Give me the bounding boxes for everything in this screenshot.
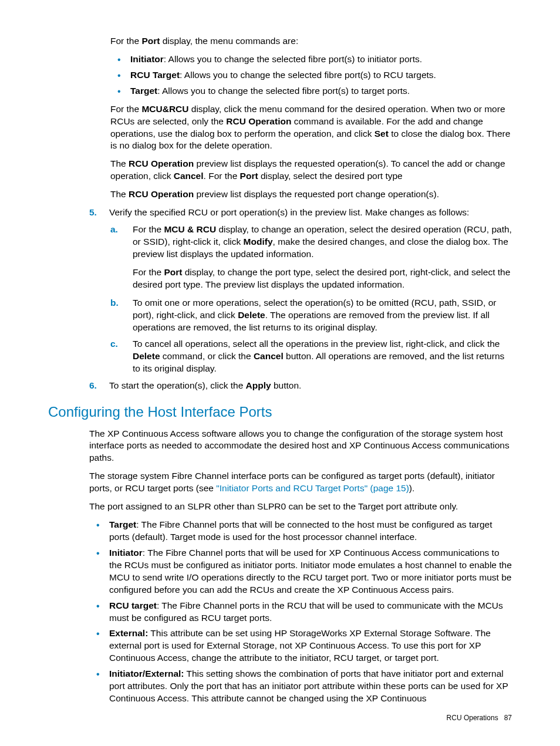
list-item: Target: Allows you to change the selecte… (110, 85, 512, 97)
mcu-paragraph-3: The RCU Operation preview list displays … (110, 188, 512, 201)
item-bold: RCU Target (130, 70, 180, 80)
step-5: 5. Verify the specified RCU or port oper… (89, 207, 512, 219)
intro-block: For the Port display, the menu commands … (110, 35, 512, 201)
item-text: : Allows you to change the selected fibr… (157, 86, 410, 96)
text: . For the (204, 171, 240, 181)
mcu-paragraph-1: For the MCU&RCU display, click the menu … (110, 103, 512, 153)
substep-marker: b. (110, 297, 119, 309)
footer-section: RCU Operations (447, 714, 498, 722)
step-block: 5. Verify the specified RCU or port oper… (89, 207, 512, 219)
step-number: 6. (89, 380, 97, 392)
bold: RCU Operation (129, 189, 194, 199)
text: For the (133, 267, 164, 277)
item-bold: External: (109, 628, 148, 638)
text: To start the operation(s), click the (109, 380, 246, 390)
section-title: Configuring the Host Interface Ports (48, 403, 512, 421)
bold-port: Port (141, 36, 160, 46)
list-item: RCU Target: Allows you to change the sel… (110, 69, 512, 82)
list-item: External: This attribute can be set usin… (89, 627, 512, 664)
bold: Port (164, 267, 182, 277)
substep-b: b. To omit one or more operations, selec… (110, 297, 512, 334)
item-text: : The Fibre Channel ports in the RCU tha… (109, 600, 503, 623)
bold: Apply (246, 380, 271, 390)
text: To cancel all operations, select all the… (133, 339, 500, 349)
list-item: Initiator: The Fibre Channel ports that … (89, 547, 512, 596)
text: preview list displays the requested port… (194, 189, 439, 199)
substep-block: a. For the MCU & RCU display, to change … (110, 224, 512, 375)
item-bold: Target (130, 86, 157, 96)
step-text: Verify the specified RCU or port operati… (109, 207, 469, 217)
text: command, or click the (160, 351, 254, 361)
text: display, select the desired port type (258, 171, 403, 181)
item-bold: Initiator (130, 54, 164, 64)
substep-c: c. To cancel all operations, select all … (110, 338, 512, 375)
text: display, the menu commands are: (160, 36, 298, 46)
text: The (110, 189, 129, 199)
bold: RCU Operation (226, 116, 291, 126)
section-p1: The XP Continuous Access software allows… (89, 428, 512, 465)
mcu-paragraph-2: The RCU Operation preview list displays … (110, 158, 512, 183)
cross-ref-link[interactable]: "Initiator Ports and RCU Target Ports" (… (216, 483, 409, 493)
item-bold: Initiator (109, 548, 143, 558)
text: ). (409, 483, 414, 493)
item-text: : The Fibre Channel ports that will be c… (109, 519, 492, 542)
substep-marker: a. (110, 224, 118, 236)
list-item: Initiator/External: This setting shows t… (89, 668, 512, 705)
text: For the (110, 36, 141, 46)
item-bold: Initiator/External: (109, 669, 184, 679)
bold: Port (240, 171, 258, 181)
substep-a: a. For the MCU & RCU display, to change … (110, 224, 512, 291)
bold: Cancel (254, 351, 284, 361)
item-bold: Target (109, 519, 136, 529)
bold: Delete (133, 351, 160, 361)
item-text: : Allows you to change the selected fibr… (164, 54, 422, 64)
document-page: For the Port display, the menu commands … (0, 0, 560, 746)
port-type-list: Target: The Fibre Channel ports that wil… (89, 519, 512, 705)
list-item: Target: The Fibre Channel ports that wil… (89, 519, 512, 544)
bold: MCU & RCU (164, 224, 216, 234)
item-bold: RCU target (109, 600, 157, 610)
list-item: Initiator: Allows you to change the sele… (110, 53, 512, 66)
bold: Set (375, 129, 389, 139)
text: The (110, 158, 129, 168)
text: For the (110, 104, 141, 114)
text: For the (133, 224, 164, 234)
substep-marker: c. (110, 338, 118, 350)
page-number: 87 (504, 714, 512, 722)
step-number: 5. (89, 207, 97, 219)
bold: RCU Operation (129, 158, 194, 168)
bold: Modify (244, 237, 273, 247)
bold: MCU&RCU (141, 104, 188, 114)
step-block: 6. To start the operation(s), click the … (89, 380, 512, 392)
item-text: : Allows you to change the selected fibr… (180, 70, 436, 80)
page-footer: RCU Operations 87 (447, 713, 512, 723)
item-text: This attribute can be set using HP Stora… (109, 628, 491, 663)
section-p2: The storage system Fibre Channel interfa… (89, 470, 512, 495)
port-command-list: Initiator: Allows you to change the sele… (110, 53, 512, 97)
item-text: : The Fibre Channel ports that will be u… (109, 548, 512, 595)
text: button. (271, 380, 302, 390)
bold: Cancel (174, 171, 204, 181)
section-body: The XP Continuous Access software allows… (89, 428, 512, 705)
step-6: 6. To start the operation(s), click the … (89, 380, 512, 392)
text: display, to change the port type, select… (133, 267, 510, 289)
bold: Delete (238, 310, 265, 320)
section-p3: The port assigned to an SLPR other than … (89, 501, 512, 513)
port-intro: For the Port display, the menu commands … (110, 35, 512, 48)
list-item: RCU target: The Fibre Channel ports in t… (89, 600, 512, 625)
